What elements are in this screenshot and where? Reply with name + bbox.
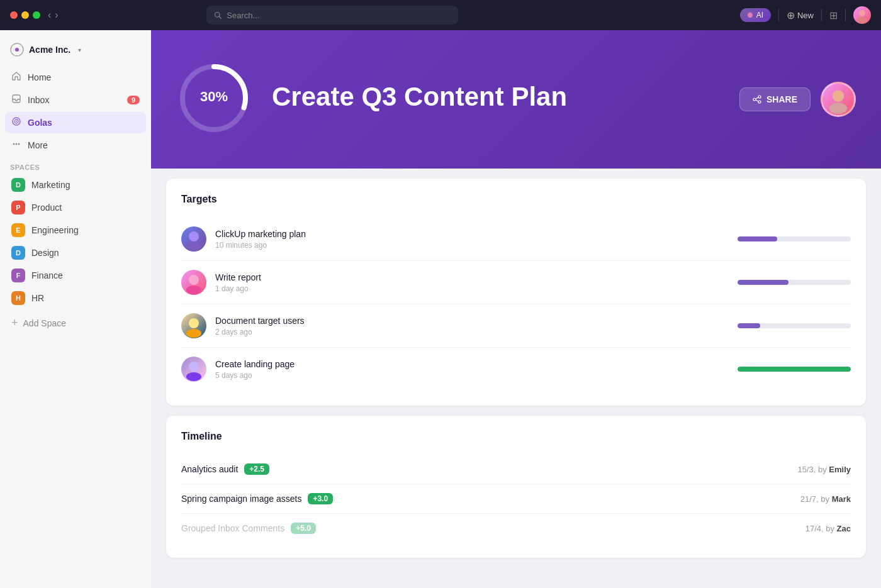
search-bar[interactable]: Search... bbox=[206, 6, 458, 25]
maximize-dot[interactable] bbox=[33, 11, 40, 19]
svg-point-3 bbox=[857, 17, 867, 23]
sidebar-item-design[interactable]: D Design bbox=[5, 241, 146, 264]
marketing-badge: D bbox=[11, 178, 25, 192]
targets-panel: Targets ClickUp marketing plan 10 minute… bbox=[166, 179, 866, 406]
target-info: Create landing page 5 days ago bbox=[215, 359, 729, 380]
workspace-name: Acme Inc. bbox=[29, 45, 70, 55]
timeline-name-muted: Grouped Inbox Comments bbox=[181, 523, 284, 533]
targets-title: Targets bbox=[181, 194, 851, 205]
main-layout: Acme Inc. ▾ Home Inbox 9 bbox=[0, 30, 881, 588]
svg-point-23 bbox=[189, 231, 199, 241]
svg-point-5 bbox=[15, 48, 19, 52]
divider bbox=[778, 9, 779, 21]
titlebar: ‹ › Search... AI ⊕ New ⊞ bbox=[0, 0, 881, 30]
grid-icon[interactable]: ⊞ bbox=[829, 9, 838, 21]
target-item[interactable]: ClickUp marketing plan 10 minutes ago bbox=[181, 218, 851, 261]
share-button[interactable]: SHARE bbox=[739, 87, 811, 111]
timeline-author: Mark bbox=[832, 494, 851, 504]
forward-arrow[interactable]: › bbox=[55, 9, 58, 21]
more-label: More bbox=[28, 140, 48, 150]
divider3 bbox=[845, 9, 846, 21]
progress-bar-fill bbox=[738, 367, 851, 372]
svg-point-9 bbox=[16, 121, 17, 122]
progress-bar-container bbox=[738, 367, 851, 372]
sidebar-item-inbox[interactable]: Inbox 9 bbox=[5, 89, 146, 111]
timeline-badge: +2.5 bbox=[244, 463, 269, 475]
svg-rect-6 bbox=[13, 95, 20, 103]
target-item[interactable]: Create landing page 5 days ago bbox=[181, 348, 851, 391]
progress-ring: 30% bbox=[176, 60, 252, 136]
progress-bar-container bbox=[738, 280, 851, 285]
timeline-item[interactable]: Spring campaign image assets +3.0 21/7, … bbox=[181, 484, 851, 514]
add-space-label: Add Space bbox=[23, 318, 67, 328]
ai-button[interactable]: AI bbox=[740, 8, 771, 22]
timeline-name: Analytics audit bbox=[181, 464, 238, 474]
timeline-right: 21/7, by Mark bbox=[800, 494, 851, 504]
timeline-right: 17/4, by Zac bbox=[805, 524, 851, 533]
target-name: Write report bbox=[215, 272, 729, 282]
svg-line-19 bbox=[756, 100, 758, 101]
progress-bar-fill bbox=[738, 280, 788, 285]
progress-bar-fill bbox=[738, 236, 777, 241]
target-item[interactable]: Write report 1 day ago bbox=[181, 261, 851, 304]
search-icon bbox=[214, 11, 222, 19]
close-dot[interactable] bbox=[10, 11, 18, 19]
svg-line-18 bbox=[756, 97, 758, 99]
svg-point-2 bbox=[859, 10, 865, 16]
progress-bar-container bbox=[738, 323, 851, 328]
timeline-title: Timeline bbox=[181, 431, 851, 442]
sidebar-item-hr[interactable]: H HR bbox=[5, 287, 146, 309]
inbox-badge: 9 bbox=[127, 96, 140, 104]
share-label: SHARE bbox=[766, 94, 797, 104]
avatar bbox=[181, 270, 206, 295]
product-badge: P bbox=[11, 201, 25, 214]
design-label: Design bbox=[31, 248, 59, 258]
divider2 bbox=[821, 9, 822, 21]
sidebar-item-finance[interactable]: F Finance bbox=[5, 264, 146, 287]
sidebar: Acme Inc. ▾ Home Inbox 9 bbox=[0, 30, 151, 588]
target-info: Document target users 2 days ago bbox=[215, 316, 729, 336]
goals-label: Golas bbox=[28, 118, 52, 128]
minimize-dot[interactable] bbox=[21, 11, 29, 19]
svg-point-17 bbox=[758, 101, 761, 103]
user-avatar-small[interactable] bbox=[853, 6, 871, 24]
svg-point-12 bbox=[18, 143, 20, 145]
more-icon bbox=[11, 139, 21, 152]
timeline-name: Spring campaign image assets bbox=[181, 494, 301, 504]
spaces-section-label: Spaces bbox=[0, 156, 151, 174]
timeline-item[interactable]: Grouped Inbox Comments +5.0 17/4, by Zac bbox=[181, 514, 851, 543]
goal-title: Create Q3 Content Plan bbox=[272, 82, 719, 112]
workspace-icon bbox=[10, 43, 24, 57]
workspace-header[interactable]: Acme Inc. ▾ bbox=[0, 38, 151, 62]
sidebar-item-home[interactable]: Home bbox=[5, 67, 146, 88]
sidebar-item-engineering[interactable]: E Engineering bbox=[5, 219, 146, 241]
timeline-badge: +5.0 bbox=[291, 523, 316, 534]
marketing-label: Marketing bbox=[31, 180, 70, 190]
target-time: 10 minutes ago bbox=[215, 241, 729, 250]
finance-badge: F bbox=[11, 269, 25, 282]
sidebar-nav: Home Inbox 9 Golas More bbox=[0, 67, 151, 156]
progress-bar-container bbox=[738, 236, 851, 241]
finance-label: Finance bbox=[31, 270, 63, 280]
new-button[interactable]: ⊕ New bbox=[787, 9, 814, 21]
svg-point-25 bbox=[189, 275, 199, 285]
timeline-item[interactable]: Analytics audit +2.5 15/3, by Emily bbox=[181, 455, 851, 484]
progress-ring-container: 30% bbox=[176, 60, 252, 138]
target-time: 2 days ago bbox=[215, 328, 729, 336]
engineering-badge: E bbox=[11, 223, 25, 237]
target-item[interactable]: Document target users 2 days ago bbox=[181, 304, 851, 348]
svg-point-10 bbox=[13, 143, 15, 145]
back-arrow[interactable]: ‹ bbox=[48, 9, 51, 21]
add-space-button[interactable]: + Add Space bbox=[5, 312, 146, 334]
goals-icon bbox=[11, 116, 21, 129]
sidebar-item-product[interactable]: P Product bbox=[5, 196, 146, 219]
svg-point-22 bbox=[833, 91, 844, 102]
ai-dot bbox=[748, 13, 753, 18]
sidebar-item-marketing[interactable]: D Marketing bbox=[5, 174, 146, 196]
sidebar-item-goals[interactable]: Golas bbox=[5, 112, 146, 133]
target-info: Write report 1 day ago bbox=[215, 272, 729, 293]
sidebar-item-more[interactable]: More bbox=[5, 135, 146, 156]
goal-user-avatar[interactable] bbox=[821, 82, 856, 117]
target-name: Create landing page bbox=[215, 359, 729, 369]
svg-point-24 bbox=[186, 242, 201, 251]
